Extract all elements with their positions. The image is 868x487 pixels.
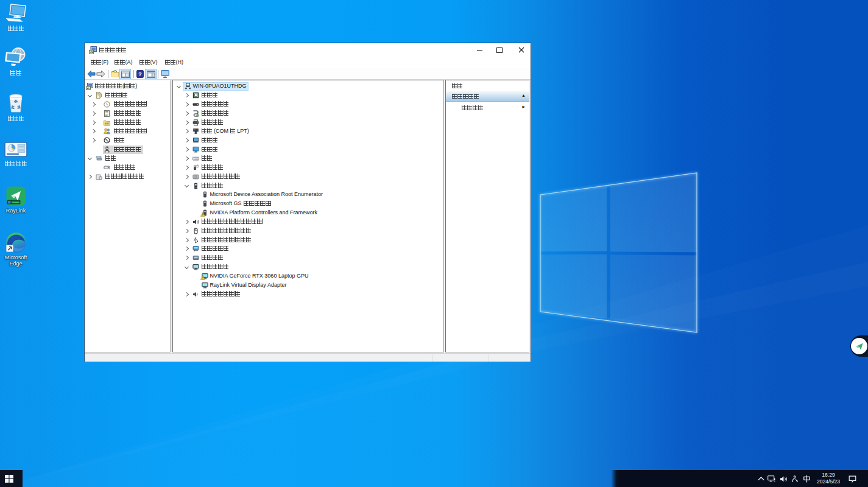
svg-text:?: ? bbox=[138, 71, 142, 77]
